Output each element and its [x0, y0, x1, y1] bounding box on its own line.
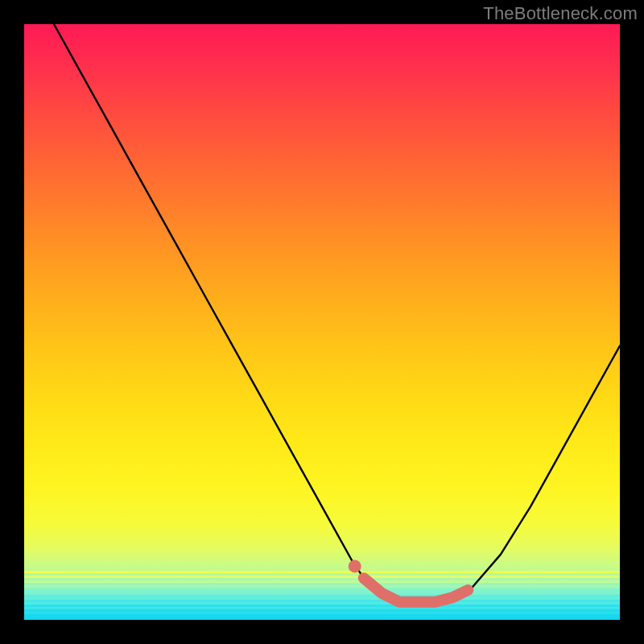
- svg-point-0: [349, 559, 361, 572]
- highlight-segment: [349, 559, 469, 601]
- chart-frame: TheBottleneck.com: [0, 0, 644, 644]
- curve-svg: [24, 24, 620, 620]
- watermark-text: TheBottleneck.com: [483, 3, 638, 24]
- main-curve: [54, 24, 620, 602]
- plot-area: [24, 24, 620, 620]
